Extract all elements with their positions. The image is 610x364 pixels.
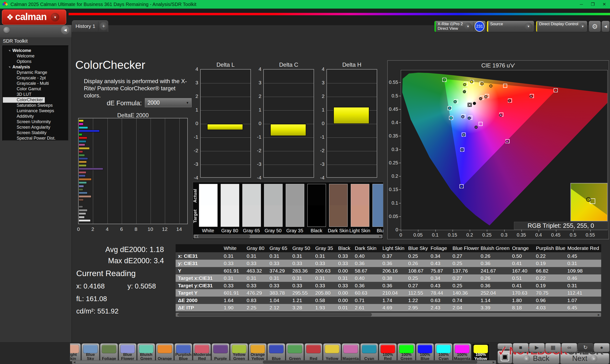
bar-purplish-blue xyxy=(79,175,86,177)
source-dropdown[interactable]: Source ▼ xyxy=(487,21,534,32)
read-button[interactable]: ■ xyxy=(513,343,529,352)
patch-button-green[interactable]: Green xyxy=(286,343,304,361)
cell: 0.26 xyxy=(408,260,430,266)
sidebar-group-welcome[interactable]: Welcome xyxy=(3,48,68,53)
gridline xyxy=(264,110,313,111)
scroll-left-arrow[interactable]: ◀ xyxy=(194,235,198,238)
palette-expand-button[interactable]: ▲ xyxy=(497,343,512,350)
sidebar-item-spectral-power-dist-[interactable]: Spectral Power Dist. xyxy=(3,136,68,141)
add-tab-button[interactable]: + xyxy=(100,22,108,30)
de-formula-select[interactable]: 2000 ▼ xyxy=(145,98,192,107)
scrollbar-track[interactable]: ◀▶ xyxy=(176,312,601,317)
tab-history-1[interactable]: History 1 + xyxy=(72,20,108,32)
patch-button-red[interactable]: Red xyxy=(305,343,322,361)
patch-button-100-green[interactable]: 100% Green xyxy=(397,343,415,361)
cell: 1.04 xyxy=(270,298,292,303)
sidebar-item-saturation-sweeps[interactable]: Saturation Sweeps xyxy=(3,103,68,108)
sidebar-item-colorchecker[interactable]: ColorChecker xyxy=(3,97,45,103)
delta-chart-title: Delta C xyxy=(263,62,314,68)
patch-button-yellow-green[interactable]: Yellow Green xyxy=(230,343,248,361)
y-tick-label: 2 xyxy=(254,93,261,99)
patch-button-orange-yellow[interactable]: Orange Yellow xyxy=(249,343,267,361)
maximize-button[interactable]: ❐ xyxy=(587,0,598,9)
patch-button-100-red[interactable]: 100% Red xyxy=(379,343,397,361)
scroll-left-arrow[interactable]: ◀ xyxy=(72,360,77,364)
scrollbar-thumb[interactable] xyxy=(198,235,250,238)
patch-button-orange[interactable]: Orange xyxy=(156,343,174,361)
patch-button-blue-flower[interactable]: Blue Flower xyxy=(119,343,137,361)
patch-button-100-magenta[interactable]: 100% Magenta xyxy=(453,343,471,361)
y-tick-label: 0.05 xyxy=(388,214,398,219)
collapse-right-panel-button[interactable]: ◀ xyxy=(601,21,610,32)
meter-count-badge[interactable]: 231 xyxy=(475,21,484,32)
cell: 205.80 xyxy=(315,290,338,296)
scrollbar-track[interactable]: ◀▶ xyxy=(72,360,496,364)
sidebar-item-luminance-sweeps[interactable]: Luminance Sweeps xyxy=(3,108,68,114)
calman-menu-button[interactable]: ❖ calman ▼ xyxy=(2,10,66,25)
patch-button-100-yellow[interactable]: 100% Yellow xyxy=(472,343,490,361)
patch-button-purple[interactable]: Purple xyxy=(212,343,230,361)
scroll-right-arrow[interactable]: ▶ xyxy=(597,313,601,317)
patch-button-100-cyan[interactable]: 100% Cyan xyxy=(435,343,453,361)
back-button[interactable]: « Back xyxy=(513,353,559,364)
row-label: Y xyxy=(176,268,224,274)
bar-red xyxy=(79,151,83,153)
sidebar-item-additivity[interactable]: Additivity xyxy=(3,114,68,119)
patch-button-100-blue[interactable]: 100% Blue xyxy=(416,343,434,361)
sidebar-item-dynamic-range[interactable]: Dynamic Range xyxy=(3,70,68,75)
next-button[interactable]: Next » xyxy=(560,353,609,364)
scrollbar-thumb[interactable] xyxy=(263,361,477,364)
x-tick-label: 0.2 xyxy=(464,232,475,238)
close-button[interactable]: ✕ xyxy=(598,0,610,9)
patch-color-chip xyxy=(102,345,116,353)
status-dot-button[interactable] xyxy=(3,27,10,34)
measurement-table: WhiteGray 80Gray 65Gray 50Gray 35BlackDa… xyxy=(176,244,601,312)
sidebar-item-welcome[interactable]: Welcome xyxy=(3,53,68,59)
sidebar-item-screen-angularity[interactable]: Screen Angularity xyxy=(3,125,68,130)
meter-dropdown[interactable]: X-Rite i1Pro 2Direct View ▼ 231 xyxy=(434,21,486,32)
scrollbar-thumb[interactable] xyxy=(178,313,372,316)
scroll-right-arrow[interactable]: ▶ xyxy=(378,235,382,238)
compare-swatch-white xyxy=(199,184,218,227)
display-control-dropdown[interactable]: Direct Display Control ▼ xyxy=(536,21,587,32)
cell: 374.29 xyxy=(270,268,292,274)
settings-button[interactable]: ⚙ xyxy=(589,21,601,32)
patch-button-purplish-blue[interactable]: Purplish Blue xyxy=(174,343,192,361)
sidebar-item-options[interactable]: Options xyxy=(3,59,68,64)
sidebar-item-3d-lut[interactable]: 3D LUT xyxy=(3,92,68,97)
bar-blue-flower xyxy=(79,185,84,187)
stop-button[interactable] xyxy=(497,351,512,364)
patch-button-bluish-green[interactable]: Bluish Green xyxy=(137,343,155,361)
gridline xyxy=(165,118,165,224)
refresh-button[interactable]: ↻ xyxy=(578,343,593,352)
column-header: Dark Skin xyxy=(355,245,382,251)
patch-button-foliage[interactable]: Foliage xyxy=(100,343,118,361)
scrollbar-track[interactable]: ◀▶ xyxy=(194,234,383,238)
patch-button-magenta[interactable]: Magenta xyxy=(342,343,360,361)
sidebar-group-analysis[interactable]: Analysis xyxy=(3,64,68,70)
patch-button-blue-sky[interactable]: Blue Sky xyxy=(81,343,99,361)
minimize-button[interactable]: ─ xyxy=(576,0,587,9)
play-button[interactable]: ▶ xyxy=(529,343,545,352)
patch-button-moderate-red[interactable]: Moderate Red xyxy=(193,343,211,361)
patch-button-cyan[interactable]: Cyan xyxy=(360,343,378,361)
loop-button[interactable]: ∞ xyxy=(561,343,577,352)
patch-button-blue[interactable]: Blue xyxy=(267,343,285,361)
x-tick-label: 0.3 xyxy=(498,232,510,238)
bar-100-magenta xyxy=(79,123,83,125)
sidebar-item-color-gamut[interactable]: Color Gamut xyxy=(3,86,68,92)
cell: 66.82 xyxy=(536,268,567,274)
patch-button-light-skin[interactable]: Light Skin xyxy=(70,343,81,361)
sidebar-item-grayscale-2pt[interactable]: Grayscale - 2pt xyxy=(3,75,68,81)
pattern-button[interactable]: ▦ xyxy=(545,343,561,352)
scroll-right-arrow[interactable]: ▶ xyxy=(492,360,496,364)
patch-color-chip xyxy=(120,345,135,353)
options-button[interactable]: ● xyxy=(594,343,610,352)
sidebar-item-screen-stability[interactable]: Screen Stability xyxy=(3,130,68,136)
sidebar-item-grayscale-multi[interactable]: Grayscale - Multi xyxy=(3,81,68,86)
sidebar-item-screen-uniformity[interactable]: Screen Uniformity xyxy=(3,119,68,125)
delta-bar xyxy=(207,124,243,130)
collapse-sidebar-button[interactable]: ◀ xyxy=(61,26,70,34)
patch-button-yellow[interactable]: Yellow xyxy=(323,343,341,361)
sidebar: ◀ SDR Toolkit WelcomeWelcomeOptionsAnaly… xyxy=(0,25,72,364)
